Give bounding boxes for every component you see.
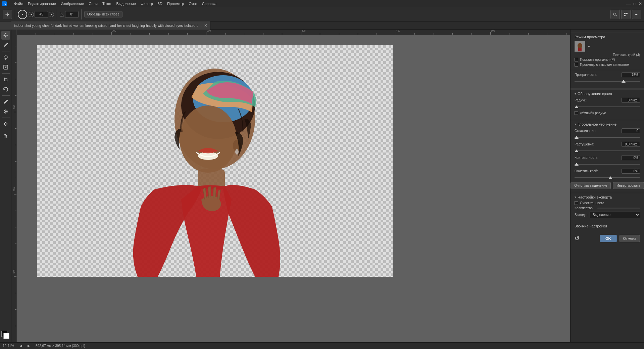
menu-view[interactable]: Просмотр <box>167 2 184 6</box>
angle-icon <box>60 12 64 17</box>
high-quality-checkbox[interactable] <box>575 63 578 67</box>
svg-rect-4 <box>624 15 626 16</box>
tab-close-btn[interactable]: ✕ <box>204 23 207 28</box>
reset-btn[interactable]: ↺ <box>575 235 580 242</box>
menu-help[interactable]: Справка <box>202 2 216 6</box>
clear-selection-btn[interactable]: Очистить выделение <box>571 182 611 189</box>
menu-select[interactable]: Выделение <box>116 2 136 6</box>
svg-rect-2 <box>624 13 626 14</box>
svg-point-5 <box>635 14 636 14</box>
transparency-slider[interactable] <box>575 79 640 84</box>
svg-point-21 <box>180 105 237 173</box>
show-edge-hint: Показать край (J) <box>575 53 640 57</box>
color-swatches[interactable] <box>1 331 10 340</box>
transparency-value: 75% <box>622 72 640 77</box>
move-tool-btn[interactable] <box>3 10 12 19</box>
show-original-label: Показать оригинал (P) <box>580 58 615 61</box>
tool-pan[interactable] <box>1 120 10 128</box>
decrease-size[interactable]: ◂ <box>29 12 34 17</box>
tool-sep-1 <box>2 51 10 51</box>
radius-thumb[interactable] <box>575 105 579 108</box>
left-tools-panel <box>0 30 11 342</box>
tool-eyedropper[interactable] <box>1 97 10 106</box>
contrast-row: Контрастность: 0% <box>575 155 640 160</box>
document-tab[interactable]: indoor-shot-young-cheerful-dark-haired-w… <box>11 21 210 30</box>
contrast-slider[interactable] <box>575 162 640 167</box>
export-settings-section: ▾ Настройки экспорта Очистить цвета Коли… <box>571 193 644 222</box>
radius-slider[interactable] <box>575 104 640 109</box>
cancel-btn[interactable]: Отмена <box>620 235 640 242</box>
size-input[interactable] <box>35 11 48 18</box>
smooth-thumb[interactable] <box>575 136 579 139</box>
shift-edge-slider[interactable] <box>575 175 640 180</box>
amount-row: Количество: <box>575 206 640 210</box>
tool-heal[interactable] <box>1 107 10 116</box>
tool-brush[interactable] <box>1 41 10 49</box>
feather-thumb[interactable] <box>575 149 579 152</box>
ok-btn[interactable]: OK <box>600 235 617 242</box>
menu-filter[interactable]: Фильтр <box>141 2 153 6</box>
invert-btn[interactable]: Инвертировать <box>613 182 644 189</box>
shift-edge-thumb[interactable] <box>608 176 612 179</box>
global-refine-header[interactable]: ▾ Глобальное уточнение <box>575 122 640 126</box>
output-dropdown[interactable]: Выделение Слой-маска Новый слой Новый сл… <box>590 212 640 218</box>
canvas-area[interactable] <box>17 35 570 342</box>
menu-3d[interactable]: 3D <box>158 2 162 6</box>
workspace-btn[interactable] <box>621 10 631 19</box>
contrast-thumb[interactable] <box>575 163 579 166</box>
feather-value: 0,0 пикс. <box>622 142 640 147</box>
menu-file[interactable]: Файл <box>14 2 23 6</box>
window-close[interactable]: ✕ <box>639 1 642 6</box>
angle-input[interactable] <box>65 11 79 18</box>
advanced-header[interactable]: Звонкие настройки <box>575 224 640 228</box>
export-header[interactable]: ▾ Настройки экспорта <box>575 195 640 199</box>
tool-rotate[interactable] <box>1 85 10 94</box>
brush-circle[interactable]: ● <box>18 10 27 19</box>
radius-label: Радиус: <box>575 98 587 102</box>
decontaminate-checkbox[interactable] <box>575 201 578 205</box>
high-quality-label: Просмотр с высоким качеством <box>580 63 629 67</box>
show-original-checkbox[interactable] <box>575 58 578 61</box>
sep2 <box>57 9 57 19</box>
smooth-row: Сглаживание: 0 <box>575 128 640 133</box>
contrast-label: Контрастность: <box>575 156 598 160</box>
more-btn[interactable] <box>632 10 641 19</box>
sep1 <box>15 9 15 19</box>
tool-move[interactable] <box>1 31 10 40</box>
increase-size[interactable]: ▸ <box>49 12 54 17</box>
window-minimize[interactable]: — <box>626 1 631 6</box>
svg-point-6 <box>636 14 637 14</box>
sample-all-layers-btn[interactable]: Образцы всех слоев <box>84 11 122 17</box>
smooth-track <box>575 137 640 138</box>
status-bar: 19,41% ◀ ▶ 592,67 мм × 395,14 мм (300 pp… <box>0 342 644 349</box>
smooth-slider[interactable] <box>575 135 640 140</box>
menu-text[interactable]: Текст <box>102 2 112 6</box>
search-btn[interactable] <box>610 10 620 19</box>
feather-track <box>575 150 640 151</box>
tab-filename: indoor-shot-young-cheerful-dark-haired-w… <box>14 24 202 28</box>
tool-crop[interactable] <box>1 75 10 84</box>
tool-sep-5 <box>2 130 10 130</box>
smart-radius-checkbox[interactable] <box>575 111 578 115</box>
view-thumbnail[interactable] <box>575 41 585 52</box>
menu-layers[interactable]: Слои <box>89 2 98 6</box>
thumbnail-dropdown-arrow[interactable]: ▼ <box>587 45 640 48</box>
image-info: 592,67 мм × 395,14 мм (300 ppi) <box>36 344 85 348</box>
arrow-left[interactable]: ◀ <box>19 344 22 348</box>
window-maximize[interactable]: □ <box>634 1 636 6</box>
menu-image[interactable]: Изображение <box>61 2 84 6</box>
tool-refine[interactable] <box>1 63 10 72</box>
sep3 <box>81 9 82 19</box>
feather-slider[interactable] <box>575 148 640 153</box>
tool-lasso[interactable] <box>1 53 10 62</box>
view-mode-header[interactable]: Режим просмотра <box>575 35 640 39</box>
arrow-right[interactable]: ▶ <box>28 344 30 348</box>
menu-window[interactable]: Окно <box>189 2 197 6</box>
svg-point-0 <box>614 13 616 15</box>
transparency-thumb[interactable] <box>622 80 626 83</box>
right-panel: Свойства Режим просмотра ▼ Показать край… <box>570 21 644 342</box>
tool-zoom[interactable] <box>1 132 10 141</box>
amount-bar <box>597 208 640 209</box>
menu-edit[interactable]: Редактирование <box>28 2 56 6</box>
edge-detection-header[interactable]: ▾ Обнаружение краев <box>575 92 640 96</box>
